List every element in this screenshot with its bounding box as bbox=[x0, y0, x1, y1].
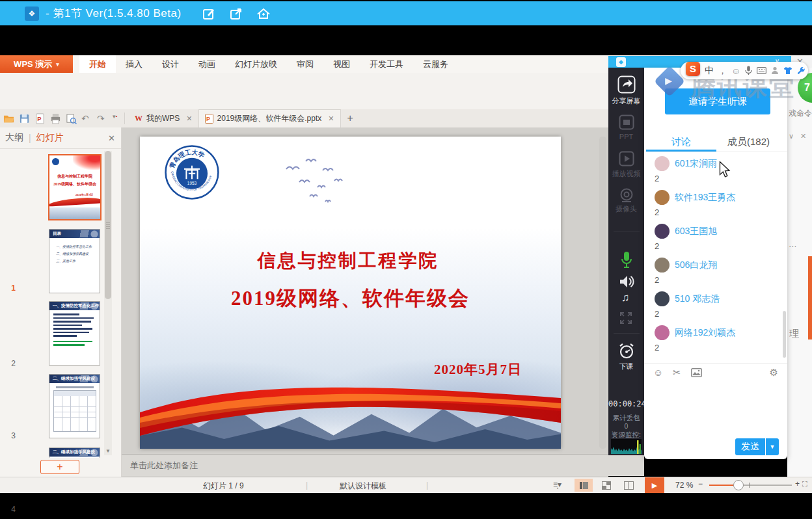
user-icon[interactable] bbox=[771, 66, 779, 75]
music-icon[interactable]: ♫ bbox=[621, 291, 630, 304]
home-icon[interactable] bbox=[257, 7, 270, 20]
tab-members[interactable]: 成员(182) bbox=[727, 136, 770, 148]
emoji-icon[interactable]: ☺ bbox=[731, 66, 740, 76]
settings-gear-icon[interactable]: ⚙ bbox=[770, 367, 778, 379]
message-row[interactable]: 603王国旭 2 bbox=[644, 221, 786, 255]
ribbon-tab[interactable]: 开始 bbox=[79, 55, 116, 73]
collapse-icon: ∨ bbox=[789, 132, 794, 140]
add-slide-button[interactable]: + bbox=[40, 460, 79, 474]
send-button[interactable]: 发送 bbox=[735, 438, 765, 455]
ribbon-tab[interactable]: 开发工具 bbox=[360, 55, 413, 73]
tab-slides[interactable]: 幻灯片 bbox=[36, 132, 64, 144]
export-pdf-icon[interactable]: P bbox=[34, 113, 46, 124]
tab-outline[interactable]: 大纲 bbox=[5, 132, 23, 144]
send-options-caret[interactable]: ▼ bbox=[766, 438, 779, 455]
scroll-down-icon[interactable]: ▼ bbox=[105, 448, 111, 454]
mic-icon[interactable] bbox=[745, 66, 752, 75]
ribbon-tab[interactable]: 插入 bbox=[116, 55, 152, 73]
ribbon-tab[interactable]: 动画 bbox=[189, 55, 225, 73]
zoom-out-icon[interactable]: − bbox=[698, 479, 703, 488]
message-row[interactable]: 601宋涧雨 2 bbox=[644, 153, 786, 187]
sender-name[interactable]: 506白龙翔 bbox=[675, 260, 717, 271]
ribbon-tab[interactable]: 审阅 bbox=[287, 55, 323, 73]
slide-thumbnail-4[interactable]: 二、继续加强学风建设 bbox=[49, 374, 100, 438]
image-icon[interactable] bbox=[691, 368, 702, 377]
ime-punct-mode[interactable]: ， bbox=[718, 65, 727, 77]
end-class-button[interactable]: 下课 bbox=[608, 362, 644, 371]
wps-app-button[interactable]: WPS 演示▾ bbox=[0, 55, 73, 73]
doc-tab-presentation[interactable]: P 2019级网络、软件年级会.pptx✕ bbox=[198, 109, 341, 128]
redo-icon[interactable]: ↷ bbox=[97, 113, 108, 124]
print-preview-icon[interactable] bbox=[66, 113, 77, 124]
play-video-button[interactable]: 播放视频 bbox=[608, 169, 644, 179]
normal-view-button[interactable] bbox=[575, 479, 593, 492]
open-icon[interactable] bbox=[3, 113, 14, 124]
sidebar-scrollbar[interactable]: ▼ bbox=[104, 151, 112, 455]
wrench-icon[interactable] bbox=[797, 66, 805, 75]
notes-toggle-icon[interactable]: ≡̟▾ bbox=[553, 480, 562, 489]
camera-icon[interactable] bbox=[618, 187, 635, 204]
new-tab-icon[interactable]: + bbox=[347, 113, 353, 124]
ppt-button[interactable]: PPT bbox=[608, 133, 644, 140]
ribbon-tab[interactable]: 视图 bbox=[323, 55, 360, 73]
share-icon[interactable] bbox=[230, 7, 243, 20]
sender-name[interactable]: 603王国旭 bbox=[675, 226, 717, 237]
edit-icon[interactable] bbox=[202, 7, 215, 20]
slide-thumbnail-1[interactable]: 信息与控制工程学院 2019级网络、软件年级会 2020年5月7日 bbox=[48, 154, 102, 220]
fit-screen-icon[interactable]: ⛶ bbox=[802, 480, 807, 488]
speaker-icon[interactable] bbox=[619, 274, 634, 289]
camera-button[interactable]: 摄像头 bbox=[608, 204, 644, 214]
message-row[interactable]: 506白龙翔 2 bbox=[644, 255, 786, 289]
emoji-icon[interactable]: ☺ bbox=[653, 367, 663, 378]
editor-scrollbar[interactable] bbox=[599, 137, 606, 449]
chat-scrollbar[interactable] bbox=[783, 311, 786, 358]
keyboard-icon[interactable] bbox=[757, 67, 766, 74]
template-name: 默认设计模板 bbox=[340, 481, 386, 492]
sender-name[interactable]: 网络192刘颖杰 bbox=[675, 327, 735, 339]
slide-thumbnail-5[interactable]: 二、继续加强学风建设 bbox=[49, 447, 100, 458]
close-tab-icon[interactable]: ✕ bbox=[186, 114, 192, 123]
slideshow-play-button[interactable]: ▶ bbox=[645, 477, 664, 493]
play-video-icon[interactable] bbox=[619, 151, 634, 166]
share-screen-icon[interactable] bbox=[617, 75, 636, 94]
zoom-slider-tick bbox=[749, 483, 750, 488]
reading-view-button[interactable] bbox=[619, 479, 638, 492]
ribbon-tab[interactable]: 幻灯片放映 bbox=[225, 55, 287, 73]
slide-thumbnail-3[interactable]: 一、疫情防控常态化工作 bbox=[49, 301, 100, 366]
slide-canvas[interactable]: ★ ★ ★ ★ ★ 1953 bbox=[140, 137, 561, 449]
sender-name[interactable]: 软件193王勇杰 bbox=[675, 192, 735, 204]
chat-tabs: 讨论 成员(182) bbox=[644, 130, 787, 152]
ppt-icon[interactable] bbox=[619, 114, 634, 130]
message-row[interactable]: 软件193王勇杰 2 bbox=[644, 187, 786, 221]
tab-discussion[interactable]: 讨论 bbox=[671, 136, 691, 148]
skin-shirt-icon[interactable] bbox=[783, 66, 792, 75]
zoom-slider-thumb[interactable] bbox=[733, 480, 744, 490]
zoom-in-icon[interactable]: + bbox=[795, 479, 800, 488]
close-panel-icon[interactable]: ✕ bbox=[108, 133, 115, 143]
end-class-icon[interactable] bbox=[617, 342, 636, 360]
ribbon-tab[interactable]: 设计 bbox=[152, 55, 189, 73]
ime-lang-mode[interactable]: 中 bbox=[705, 65, 714, 77]
fullscreen-icon[interactable] bbox=[620, 312, 632, 324]
print-icon[interactable] bbox=[50, 113, 61, 124]
screenshot-scissors-icon[interactable]: ✂ bbox=[673, 367, 681, 379]
close-tab-icon[interactable]: ✕ bbox=[328, 114, 334, 123]
ime-toolbar[interactable]: S 中 ， ☺ bbox=[681, 62, 808, 79]
doc-tab-home[interactable]: W 我的WPS✕ bbox=[129, 109, 198, 127]
slide-thumbnail-2[interactable]: 目录 一、疫情防控常态化工作二、继续加强学风建设三、其他工作 bbox=[49, 229, 100, 293]
share-screen-button[interactable]: 分享屏幕 bbox=[608, 96, 644, 106]
sender-name[interactable]: 510 邓志浩 bbox=[675, 293, 720, 305]
notes-bar[interactable]: 单击此处添加备注 bbox=[122, 454, 644, 476]
message-row[interactable]: 510 邓志浩 2 bbox=[644, 289, 786, 323]
message-row[interactable]: 网络192刘颖杰 2 bbox=[644, 323, 786, 356]
slide-birds bbox=[280, 156, 364, 208]
mic-icon[interactable] bbox=[620, 251, 633, 269]
ribbon-tab[interactable]: 云服务 bbox=[413, 55, 458, 73]
customize-caret-icon[interactable]: ▾• bbox=[113, 113, 120, 124]
save-icon[interactable] bbox=[19, 113, 30, 124]
slide-sorter-button[interactable] bbox=[597, 479, 616, 492]
pptx-file-icon: P bbox=[205, 114, 213, 124]
chat-input-area[interactable] bbox=[644, 382, 787, 437]
sender-name[interactable]: 601宋涧雨 bbox=[675, 158, 717, 170]
undo-icon[interactable]: ↶ bbox=[81, 113, 92, 124]
